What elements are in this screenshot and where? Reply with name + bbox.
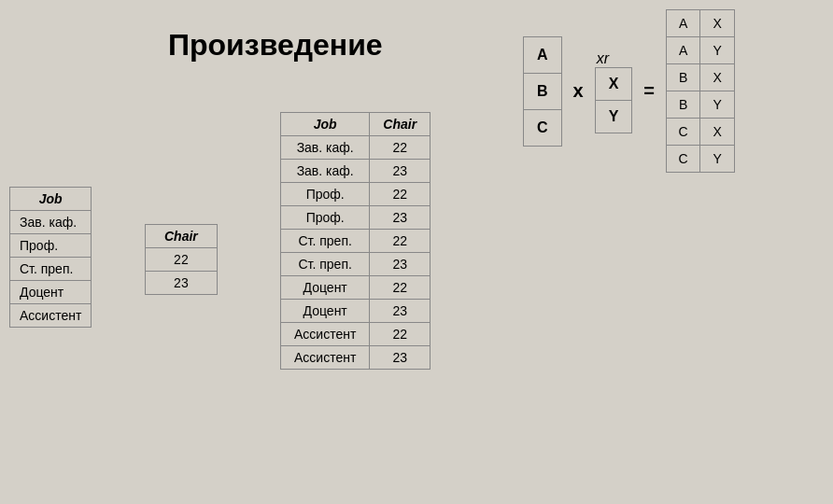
table-row: Ст. преп. [281, 230, 370, 253]
list-item: Y [596, 101, 632, 133]
list-item: X [700, 10, 734, 36]
table-row: 22 [370, 230, 431, 253]
table-row: 23 [370, 206, 431, 230]
list-item: B [667, 91, 700, 118]
table-row: Доцент [10, 281, 92, 304]
chair-small-header: Chair [146, 225, 218, 248]
table-row: 22 [370, 276, 431, 300]
table-row: AY [667, 37, 734, 64]
table-row: Ассистент [281, 346, 370, 370]
table-row: Зав. каф. [281, 136, 370, 160]
table-row: CX [667, 119, 734, 146]
table-row: 23 [370, 160, 431, 183]
list-item: C [524, 110, 561, 146]
matrix-section: ABC x xr XY = AXAYBXBYCXCY [523, 9, 735, 173]
column-header: Chair [370, 113, 431, 136]
job-small-header: Job [10, 188, 92, 211]
table-row: 22 [370, 136, 431, 160]
table-row: 22 [370, 183, 431, 206]
table-row: AX [667, 10, 734, 37]
table-row: Проф. [281, 206, 370, 230]
result-matrix: AXAYBXBYCXCY [666, 9, 735, 173]
table-row: Ст. преп. [281, 253, 370, 276]
table-row: 22 [146, 248, 218, 272]
table-row: Ассистент [10, 304, 92, 328]
list-item: X [596, 68, 632, 101]
multiply-operator: x [568, 80, 589, 102]
table-row: Доцент [281, 276, 370, 300]
main-product-table: JobChair Зав. каф.22Зав. каф.23Проф.22Пр… [280, 112, 431, 370]
table-row: Зав. каф. [10, 211, 92, 234]
page-title: Произведение [168, 28, 383, 63]
left-vector-matrix: ABC [523, 36, 562, 147]
list-item: A [667, 10, 700, 36]
table-row: 22 [370, 323, 431, 346]
list-item: B [524, 74, 561, 110]
table-row: 23 [370, 346, 431, 370]
column-header: Job [281, 113, 370, 136]
table-row: 23 [370, 300, 431, 323]
list-item: X [700, 119, 734, 145]
table-row: Проф. [10, 234, 92, 258]
list-item: Y [700, 146, 734, 172]
table-row: 23 [370, 253, 431, 276]
table-row: Доцент [281, 300, 370, 323]
table-row: BX [667, 64, 734, 91]
table-row: Ассистент [281, 323, 370, 346]
equals-operator: = [638, 80, 660, 102]
list-item: Y [700, 91, 734, 118]
list-item: C [667, 119, 700, 145]
list-item: B [667, 64, 700, 91]
middle-matrix: XY [595, 67, 633, 133]
table-row: 23 [146, 272, 218, 295]
list-item: A [667, 37, 700, 63]
table-row: Зав. каф. [281, 160, 370, 183]
job-table-small: Job Зав. каф.Проф.Ст. преп.ДоцентАссисте… [9, 187, 92, 328]
table-row: CY [667, 146, 734, 172]
table-row: Проф. [281, 183, 370, 206]
list-item: C [667, 146, 700, 172]
list-item: Y [700, 37, 734, 63]
chair-table-small: Chair 2223 [145, 224, 218, 295]
list-item: X [700, 64, 734, 91]
table-row: BY [667, 91, 734, 119]
list-item: A [524, 37, 561, 74]
xr-label: xr [597, 49, 609, 67]
table-row: Ст. преп. [10, 258, 92, 281]
